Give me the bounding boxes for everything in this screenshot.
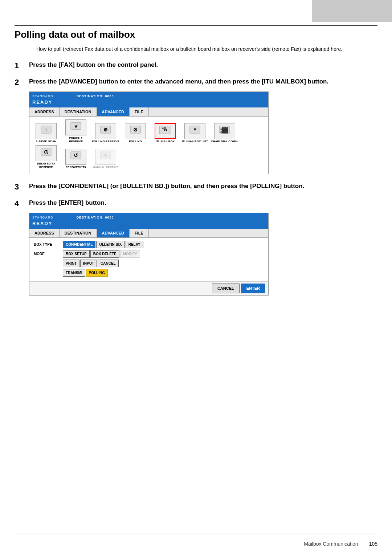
cancel-button[interactable]: CANCEL: [212, 284, 240, 293]
svg-text:⊕: ⊕: [103, 127, 108, 133]
tab2-file[interactable]: FILE: [130, 229, 149, 238]
tab2-advanced[interactable]: ADVANCED: [97, 229, 130, 238]
top-divider: [15, 25, 377, 26]
screen-2-tabs: ADDRESS DESTINATION ADVANCED FILE: [29, 229, 268, 238]
mode-buttons-1: BOX SETUP BOX DELETE MODIFY: [63, 250, 140, 258]
mode-buttons-3: TRANSMI POLLING: [63, 269, 108, 277]
screen-2-ready: READY: [32, 220, 265, 227]
btn-box-setup[interactable]: BOX SETUP: [63, 250, 90, 258]
footer-page-number: 105: [369, 541, 377, 547]
step-1: 1 Press the [FAX] button on the control …: [15, 60, 377, 70]
step-4-text: Press the [ENTER] button. STANDARD DESTI…: [29, 198, 377, 296]
screen-1-dest: STANDARD DESTINATION: 0000: [32, 93, 265, 99]
icon-recovery-tx: ↺ RECOVERY TX: [62, 149, 90, 169]
screen-1-tabs: ADDRESS DESTINATION ADVANCED FILE: [29, 107, 268, 117]
tab2-address[interactable]: ADDRESS: [29, 229, 60, 238]
top-gray-bar: [312, 0, 392, 22]
step-4: 4 Press the [ENTER] button. STANDARD DES…: [15, 198, 377, 296]
main-content: Polling data out of mailbox How to poll …: [15, 29, 377, 302]
svg-text:★: ★: [74, 124, 78, 129]
screen-1-header: STANDARD DESTINATION: 0000 READY: [29, 92, 268, 107]
btn-cancel-mode[interactable]: CANCEL: [98, 260, 119, 267]
btn-input[interactable]: INPUT: [80, 260, 97, 267]
btn-print[interactable]: PRINT: [63, 260, 79, 267]
icon-chain-dial: 1▓▓▓2▓▓▓ CHAIN DIAL COMM.: [211, 123, 238, 143]
icon-row-1: ↕ 2-SIDED SCAN ★… PRIORITY RESERVE: [32, 119, 265, 143]
step-1-text: Press the [FAX] button on the control pa…: [29, 60, 377, 70]
icon-itu-mailbox-list: ≡ ITU MAILBOX LIST: [181, 123, 209, 143]
btn-relay[interactable]: RELAY: [126, 241, 143, 248]
box-type-label: BOX TYPE: [34, 242, 63, 247]
screen-2-footer: CANCEL ENTER: [29, 281, 268, 295]
btn-box-delete[interactable]: BOX DELETE: [90, 250, 119, 258]
box-type-row: BOX TYPE CONFIDENTIAL ULLETIN BD. RELAY: [34, 241, 264, 248]
tab-file[interactable]: FILE: [130, 107, 149, 117]
btn-confidential[interactable]: CONFIDENTIAL: [63, 241, 95, 248]
svg-text:◷: ◷: [44, 149, 49, 155]
icon-manual-receive: ✎ MANUAL RECEIVE: [92, 149, 119, 169]
tab-advanced[interactable]: ADVANCED: [97, 107, 130, 117]
svg-text:2▓▓▓: 2▓▓▓: [220, 130, 228, 134]
svg-text:↕: ↕: [45, 127, 48, 133]
page-title: Polling data out of mailbox: [15, 29, 377, 40]
mode-row-2: PRINT INPUT CANCEL: [34, 260, 264, 267]
page-footer: Mailbox Communication 105: [15, 541, 377, 547]
step-2-number: 2: [15, 78, 29, 87]
icon-row-2: ◷ DELAYED TX RESERVE ↺ RECOVERY TX: [32, 145, 265, 169]
btn-polling[interactable]: POLLING: [86, 269, 108, 277]
bottom-divider: [15, 534, 377, 534]
screen-2-header: STANDARD DESTINATION: 0000 READY: [29, 213, 268, 229]
step-3: 3 Press the [CONFIDENTIAL] (or [BULLETIN…: [15, 182, 377, 192]
svg-text:…: …: [78, 123, 81, 126]
mode-label: MODE: [34, 251, 63, 257]
icon-polling-reserve: ⊕ POLLING RESERVE: [92, 123, 119, 143]
footer-section-label: Mailbox Communication: [304, 541, 358, 547]
step-2-text: Press the [ADVANCED] button to enter the…: [29, 77, 377, 174]
svg-text:⊗: ⊗: [133, 127, 138, 133]
page-description: How to poll (retrieve) Fax data out of a…: [36, 45, 377, 53]
screen-2-dest: STANDARD DESTINATION: 0000: [32, 215, 265, 220]
tab-address[interactable]: ADDRESS: [29, 107, 60, 117]
btn-modify: MODIFY: [120, 250, 140, 258]
icon-itu-mailbox: 002✉ ITU MAILBOX: [151, 123, 179, 143]
icon-2sided-scan: ↕ 2-SIDED SCAN: [32, 123, 60, 143]
step-2: 2 Press the [ADVANCED] button to enter t…: [15, 77, 377, 174]
btn-transmi[interactable]: TRANSMI: [63, 269, 85, 277]
screen-1-ready: READY: [32, 99, 265, 106]
btn-bulletin-bd[interactable]: ULLETIN BD.: [96, 241, 124, 248]
icon-priority-reserve: ★… PRIORITY RESERVE: [62, 119, 90, 143]
svg-text:≡: ≡: [193, 126, 196, 132]
svg-text:✎: ✎: [104, 153, 107, 158]
mode-row-3: TRANSMI POLLING: [34, 269, 264, 277]
tab-destination[interactable]: DESTINATION: [60, 107, 97, 117]
step-4-number: 4: [15, 199, 29, 208]
icon-polling: ⊗ POLLING: [122, 123, 149, 143]
icon-delayed-tx: ◷ DELAYED TX RESERVE: [32, 145, 60, 169]
screen-2-mockup: STANDARD DESTINATION: 0000 READY ADDRESS…: [29, 213, 269, 296]
box-type-buttons: CONFIDENTIAL ULLETIN BD. RELAY: [63, 241, 143, 248]
screen-1-mockup: STANDARD DESTINATION: 0000 READY ADDRESS…: [29, 91, 269, 175]
tab2-destination[interactable]: DESTINATION: [60, 229, 97, 238]
svg-text:↺: ↺: [74, 152, 78, 158]
mode-buttons-2: PRINT INPUT CANCEL: [63, 260, 119, 267]
step-1-number: 1: [15, 61, 29, 70]
step-3-number: 3: [15, 182, 29, 192]
step-3-text: Press the [CONFIDENTIAL] (or [BULLETIN B…: [29, 182, 377, 191]
screen-2-body: BOX TYPE CONFIDENTIAL ULLETIN BD. RELAY …: [29, 238, 268, 281]
screen-1-body: ↕ 2-SIDED SCAN ★… PRIORITY RESERVE: [29, 117, 268, 174]
mode-row-1: MODE BOX SETUP BOX DELETE MODIFY: [34, 250, 264, 258]
enter-button[interactable]: ENTER: [241, 284, 265, 293]
svg-text:✉: ✉: [164, 128, 167, 132]
